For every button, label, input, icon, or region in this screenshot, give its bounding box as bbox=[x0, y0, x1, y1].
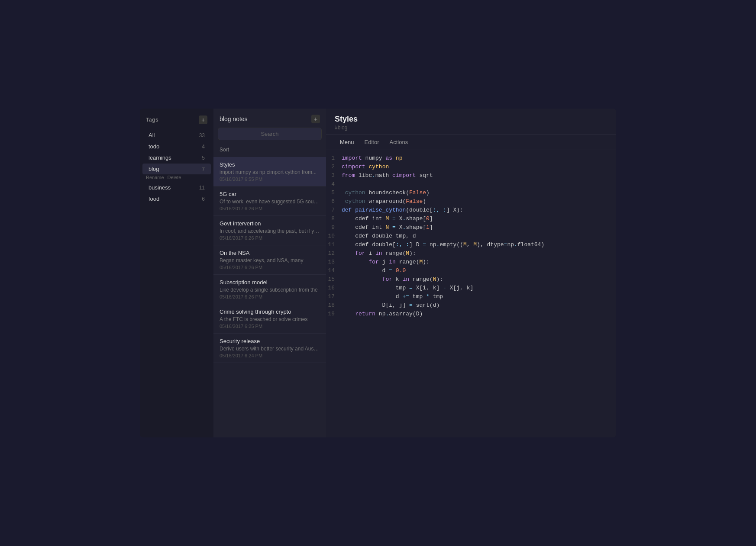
line-content: D[i, j] = sqrt(d) bbox=[342, 302, 616, 310]
delete-tag-button[interactable]: Delete bbox=[168, 175, 181, 180]
line-number: 19 bbox=[326, 311, 342, 318]
sort-bar: Sort bbox=[213, 144, 326, 157]
notes-panel-title: blog notes bbox=[220, 116, 248, 122]
line-content: cdef double tmp, d bbox=[342, 233, 616, 241]
note-item-date: 05/16/2017 6:26 PM bbox=[220, 294, 320, 299]
sidebar-item-count-learnings: 5 bbox=[202, 155, 205, 161]
line-number: 13 bbox=[326, 259, 342, 267]
line-content: cython wraparound(False) bbox=[342, 198, 616, 206]
line-content: from libc.math cimport sqrt bbox=[342, 172, 616, 180]
search-input[interactable] bbox=[223, 131, 317, 137]
code-line: 8 cdef int M = X.shape[0] bbox=[326, 215, 616, 224]
notes-scroll: Styles import numpy as np cimport cython… bbox=[213, 157, 326, 437]
sidebar: Tags + All 33 todo 4 learnings 5 blog 7 … bbox=[140, 109, 213, 437]
code-line: 7 def pairwise_cython(double[:, :] X): bbox=[326, 206, 616, 215]
line-number: 11 bbox=[326, 241, 342, 249]
line-content: cdef double[:, :] D = np.empty((M, M), d… bbox=[342, 241, 616, 249]
line-number: 18 bbox=[326, 302, 342, 310]
line-number: 8 bbox=[326, 215, 342, 223]
note-item[interactable]: 5G car Of to work, even have suggested 5… bbox=[213, 186, 326, 216]
sidebar-item-all[interactable]: All 33 bbox=[142, 130, 211, 141]
code-line: 17 d += tmp * tmp bbox=[326, 293, 616, 302]
note-item[interactable]: On the NSA Began master keys, and NSA, m… bbox=[213, 245, 326, 275]
code-area: 1 import numpy as np 2 cimport cython 3 … bbox=[326, 150, 616, 437]
note-item-preview: Derive users with better security and Au… bbox=[220, 346, 320, 352]
sidebar-item-todo[interactable]: todo 4 bbox=[142, 141, 211, 152]
code-line: 9 cdef int N = X.shape[1] bbox=[326, 224, 616, 232]
line-number: 17 bbox=[326, 293, 342, 301]
toolbar-menu-button[interactable]: Menu bbox=[335, 137, 359, 147]
note-item[interactable]: Crime solving through crypto A the FTC i… bbox=[213, 304, 326, 334]
note-item-title: 5G car bbox=[220, 191, 320, 197]
note-item[interactable]: Security release Derive users with bette… bbox=[213, 334, 326, 363]
search-bar[interactable] bbox=[218, 128, 322, 140]
line-number: 9 bbox=[326, 224, 342, 232]
sidebar-item-label-blog: blog bbox=[149, 166, 159, 172]
sidebar-item-label-all: All bbox=[149, 132, 155, 138]
note-item-preview: Of to work, even have suggested 5G sound… bbox=[220, 199, 320, 205]
line-content: cython boundscheck(False) bbox=[342, 189, 616, 197]
add-tag-button[interactable]: + bbox=[199, 116, 207, 124]
editor-header: Styles #blog bbox=[326, 109, 616, 135]
line-number: 1 bbox=[326, 155, 342, 163]
sidebar-item-count-todo: 4 bbox=[202, 144, 205, 150]
note-item[interactable]: Govt intervertion In cool, and accelerat… bbox=[213, 216, 326, 245]
note-item-title: Styles bbox=[220, 161, 320, 168]
line-content: cdef int M = X.shape[0] bbox=[342, 215, 616, 223]
toolbar-actions-button[interactable]: Actions bbox=[384, 137, 414, 147]
note-item[interactable]: Styles import numpy as np cimport cython… bbox=[213, 157, 326, 186]
sidebar-item-label-business: business bbox=[149, 184, 171, 191]
sidebar-item-label-food: food bbox=[149, 196, 159, 202]
sidebar-item-learnings[interactable]: learnings 5 bbox=[142, 152, 211, 163]
line-content: import numpy as np bbox=[342, 155, 616, 163]
line-number: 2 bbox=[326, 164, 342, 171]
line-content: cdef int N = X.shape[1] bbox=[342, 224, 616, 232]
line-number: 6 bbox=[326, 198, 342, 206]
line-number: 7 bbox=[326, 207, 342, 215]
code-line: 14 d = 0.0 bbox=[326, 267, 616, 276]
code-line: 2 cimport cython bbox=[326, 163, 616, 172]
tag-actions: Rename Delete bbox=[140, 175, 213, 182]
sidebar-item-food[interactable]: food 6 bbox=[142, 193, 211, 204]
code-line: 4 bbox=[326, 180, 616, 189]
app-container: Tags + All 33 todo 4 learnings 5 blog 7 … bbox=[140, 109, 616, 437]
line-number: 3 bbox=[326, 172, 342, 180]
line-content: d += tmp * tmp bbox=[342, 293, 616, 301]
sidebar-item-count-food: 6 bbox=[202, 196, 205, 202]
code-line: 6 cython wraparound(False) bbox=[326, 198, 616, 206]
note-item-preview: Like develop a single subscription from … bbox=[220, 287, 320, 293]
note-item-preview: Began master keys, and NSA, many bbox=[220, 257, 320, 263]
line-content bbox=[342, 181, 616, 189]
sidebar-item-label-learnings: learnings bbox=[149, 154, 171, 161]
line-content: for i in range(M): bbox=[342, 250, 616, 258]
line-content: tmp = X[i, k] - X[j, k] bbox=[342, 285, 616, 292]
code-line: 18 D[i, j] = sqrt(d) bbox=[326, 302, 616, 310]
note-item-date: 05/16/2017 6:26 PM bbox=[220, 265, 320, 270]
notes-list-panel: blog notes + Sort Styles import numpy as… bbox=[213, 109, 326, 437]
code-line: 5 cython boundscheck(False) bbox=[326, 189, 616, 198]
note-item-date: 05/16/2017 6:26 PM bbox=[220, 206, 320, 211]
sort-button[interactable]: Sort bbox=[220, 146, 229, 154]
code-line: 11 cdef double[:, :] D = np.empty((M, M)… bbox=[326, 241, 616, 250]
sidebar-item-count-all: 33 bbox=[199, 132, 205, 138]
code-line: 16 tmp = X[i, k] - X[j, k] bbox=[326, 284, 616, 293]
note-item[interactable]: Subscription model Like develop a single… bbox=[213, 275, 326, 304]
code-line: 12 for i in range(M): bbox=[326, 250, 616, 258]
rename-tag-button[interactable]: Rename bbox=[146, 175, 164, 180]
note-item-preview: A the FTC is breached or solve crimes bbox=[220, 316, 320, 322]
add-note-button[interactable]: + bbox=[311, 115, 320, 123]
note-item-title: Crime solving through crypto bbox=[220, 308, 320, 315]
sidebar-item-business[interactable]: business 11 bbox=[142, 182, 211, 193]
line-number: 12 bbox=[326, 250, 342, 258]
editor-toolbar: Menu Editor Actions bbox=[326, 135, 616, 150]
code-line: 19 return np.asarray(D) bbox=[326, 310, 616, 319]
note-item-date: 05/16/2017 6:55 PM bbox=[220, 177, 320, 182]
toolbar-editor-button[interactable]: Editor bbox=[359, 137, 384, 147]
sidebar-item-blog[interactable]: blog 7 bbox=[142, 164, 211, 174]
line-content: for k in range(N): bbox=[342, 276, 616, 284]
line-number: 10 bbox=[326, 233, 342, 241]
editor-note-tag: #blog bbox=[335, 125, 607, 131]
line-number: 14 bbox=[326, 267, 342, 275]
note-item-date: 05/16/2017 6:26 PM bbox=[220, 235, 320, 241]
note-item-title: Govt intervertion bbox=[220, 220, 320, 227]
